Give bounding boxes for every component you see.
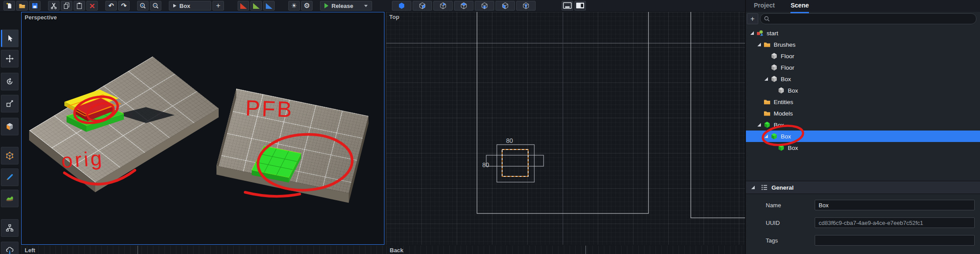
paint-tool-button[interactable] [1, 168, 19, 186]
layout-right-panel-button[interactable] [574, 1, 586, 11]
zoom-out-button[interactable] [150, 1, 161, 11]
vertex-tool-button[interactable] [1, 147, 19, 164]
redo-button[interactable]: ↷ [118, 1, 130, 11]
open-folder-icon [19, 2, 26, 9]
hierarchy-tool-button[interactable] [1, 219, 19, 237]
top-viewport[interactable]: Top 80 80 [386, 12, 745, 245]
expand-arrow-icon[interactable] [750, 31, 754, 35]
brush-shape-value: Box [179, 3, 190, 9]
tab-scene[interactable]: Scene [790, 0, 809, 13]
copy-button[interactable] [61, 1, 72, 11]
cloud-download-icon [6, 247, 14, 254]
tree-item-box-selected[interactable]: Box [746, 131, 980, 142]
move-tool-button[interactable] [1, 50, 19, 67]
view-mode-shaded-button[interactable] [392, 1, 411, 11]
view-mode-7-button[interactable] [516, 1, 536, 11]
tree-item-brushes[interactable]: Brushes [746, 39, 980, 50]
wire-shade-top-icon [460, 2, 467, 9]
brush-cube-icon [771, 64, 778, 71]
new-file-button[interactable] [4, 1, 15, 11]
general-section-header[interactable]: General [746, 181, 980, 194]
scene-search-box[interactable] [760, 13, 976, 24]
left-viewport[interactable]: Left [21, 246, 384, 254]
layout-bottom-panel-button[interactable] [562, 1, 573, 11]
uuid-field[interactable] [815, 217, 975, 228]
delete-button[interactable]: × [86, 1, 98, 11]
terrain-icon [6, 194, 14, 202]
tree-item-start[interactable]: start [746, 27, 980, 39]
face-cube-icon [6, 123, 14, 131]
perspective-viewport[interactable]: Perspective [21, 12, 384, 245]
select-tool-button[interactable] [1, 30, 19, 47]
expand-arrow-icon[interactable] [764, 77, 768, 81]
run-play-icon [324, 3, 328, 8]
entity-cube-icon [778, 144, 785, 151]
panel-tab-bar: Project Scene [746, 0, 980, 12]
vertex-cube-icon [6, 152, 14, 160]
view-mode-4-button[interactable] [454, 1, 473, 11]
build-red-button[interactable] [238, 1, 249, 11]
terrain-tool-button[interactable] [1, 190, 19, 207]
import-tool-button[interactable] [1, 242, 19, 254]
back-viewport[interactable]: Back [386, 246, 745, 254]
tree-item-label: Box [781, 76, 791, 82]
tree-item-floor-1[interactable]: Floor [746, 50, 980, 62]
zoom-in-button[interactable] [137, 1, 149, 11]
collapse-arrow-icon[interactable] [751, 186, 755, 189]
extrude-tool-button[interactable] [1, 95, 19, 112]
tree-item-entities[interactable]: Entities [746, 96, 980, 108]
tags-label: Tags [746, 237, 815, 244]
level-editor-window: × ↶ ↷ Box + [0, 0, 980, 254]
panel-bottom-icon [563, 2, 572, 9]
save-button[interactable] [29, 1, 41, 11]
section-title: General [771, 184, 794, 191]
chevron-down-icon [364, 5, 368, 7]
copy-icon [63, 2, 70, 9]
paste-button[interactable] [74, 1, 85, 11]
light-settings-button[interactable]: ☀ [288, 1, 300, 11]
save-icon [31, 2, 38, 9]
build-green-button[interactable] [250, 1, 262, 11]
tree-item-label: Box [788, 145, 798, 151]
tree-item-models[interactable]: Models [746, 108, 980, 119]
add-node-button[interactable]: + [747, 13, 758, 24]
search-input[interactable] [772, 15, 965, 22]
run-config-dropdown[interactable]: Release [320, 1, 372, 11]
search-icon [764, 16, 770, 22]
tab-project[interactable]: Project [754, 0, 775, 12]
scene-search-row: + [747, 13, 979, 25]
view-mode-3-button[interactable] [433, 1, 453, 11]
expand-arrow-icon[interactable] [757, 123, 761, 127]
face-select-tool-button[interactable] [1, 118, 19, 135]
viewport-label-left: Left [25, 247, 35, 254]
brush-shape-dropdown[interactable]: Box [169, 1, 211, 11]
extrude-icon [6, 100, 14, 108]
tree-item-box-entity-child[interactable]: Box [746, 142, 980, 153]
folder-icon [764, 41, 771, 48]
tree-item-label: Floor [781, 53, 794, 60]
name-label: Name [746, 202, 815, 209]
wire-shade-middle-icon [522, 2, 529, 9]
name-field[interactable] [815, 200, 975, 210]
expand-arrow-icon[interactable] [764, 134, 768, 138]
tree-item-floor-2[interactable]: Floor [746, 62, 980, 73]
rotate-tool-button[interactable] [1, 73, 19, 90]
open-button[interactable] [16, 1, 28, 11]
add-brush-button[interactable]: + [212, 1, 224, 11]
view-mode-2-button[interactable] [413, 1, 432, 11]
tree-item-box-brush[interactable]: Box [746, 73, 980, 85]
build-blue-button[interactable] [263, 1, 275, 11]
zoom-out-icon [152, 2, 159, 9]
undo-button[interactable]: ↶ [105, 1, 117, 11]
tags-field[interactable] [815, 235, 975, 246]
view-mode-6-button[interactable] [496, 1, 515, 11]
settings-button[interactable]: ⚙ [301, 1, 313, 11]
expand-arrow-icon[interactable] [757, 43, 761, 46]
tree-item-box-brush-child[interactable]: Box [746, 85, 980, 96]
cut-button[interactable] [48, 1, 60, 11]
viewport-label-top: Top [389, 14, 399, 20]
tree-item-box-entity[interactable]: Box [746, 119, 980, 131]
view-mode-5-button[interactable] [475, 1, 494, 11]
zoom-in-icon [139, 2, 146, 9]
redo-icon: ↷ [121, 3, 127, 9]
